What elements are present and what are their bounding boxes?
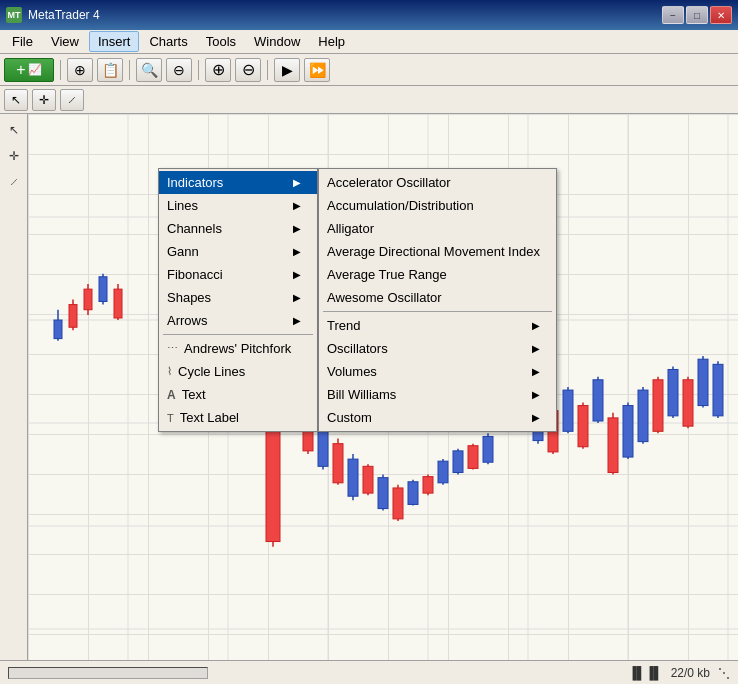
title-bar-controls[interactable]: − □ ✕ bbox=[662, 6, 732, 24]
toolbar-zoom-in[interactable]: ⊕ bbox=[205, 58, 231, 82]
svg-rect-49 bbox=[483, 436, 493, 462]
svg-rect-47 bbox=[468, 446, 478, 469]
svg-rect-17 bbox=[84, 289, 92, 310]
menu-andrews-pitchfork[interactable]: ⋯ Andrews' Pitchfork bbox=[159, 337, 317, 360]
submenu-arrow-lines: ▶ bbox=[293, 200, 301, 211]
toolbar-zoom-out[interactable]: ⊖ bbox=[235, 58, 261, 82]
status-bar: ▐▌▐▌ 22/0 kb ⋱ bbox=[0, 660, 738, 684]
toolbar-btn-6[interactable]: ⏩ bbox=[304, 58, 330, 82]
menu-insert[interactable]: Insert bbox=[89, 31, 140, 52]
line-btn[interactable]: ⟋ bbox=[60, 89, 84, 111]
svg-rect-43 bbox=[438, 461, 448, 483]
indicator-bill-williams[interactable]: Bill Williams ▶ bbox=[319, 383, 556, 406]
indicator-atr[interactable]: Average True Range bbox=[319, 263, 556, 286]
svg-rect-21 bbox=[114, 289, 122, 318]
toolbar-main: + 📈 ⊕ 📋 🔍 ⊖ ⊕ ⊖ ▶ ⏩ bbox=[0, 54, 738, 86]
new-chart-button[interactable]: + 📈 bbox=[4, 58, 54, 82]
indicators-submenu[interactable]: Accelerator Oscillator Accumulation/Dist… bbox=[318, 168, 557, 432]
main-area: ↖ ✛ ⟋ bbox=[0, 114, 738, 660]
toolbar-btn-3[interactable]: 🔍 bbox=[136, 58, 162, 82]
svg-rect-31 bbox=[348, 459, 358, 496]
toolbar-btn-1[interactable]: ⊕ bbox=[67, 58, 93, 82]
svg-rect-61 bbox=[608, 418, 618, 473]
indicator-admi[interactable]: Average Directional Movement Index bbox=[319, 240, 556, 263]
close-button[interactable]: ✕ bbox=[710, 6, 732, 24]
menu-indicators-item[interactable]: Indicators ▶ bbox=[159, 171, 317, 194]
cursor-btn[interactable]: ↖ bbox=[4, 89, 28, 111]
scrollbar-area[interactable] bbox=[8, 667, 208, 679]
svg-rect-65 bbox=[638, 390, 648, 442]
app-icon: MT bbox=[6, 7, 22, 23]
menu-file[interactable]: File bbox=[4, 32, 41, 51]
menu-text[interactable]: A Text bbox=[159, 383, 317, 406]
toolbar-btn-2[interactable]: 📋 bbox=[97, 58, 123, 82]
svg-rect-69 bbox=[668, 369, 678, 415]
svg-rect-29 bbox=[333, 444, 343, 483]
menu-charts[interactable]: Charts bbox=[141, 32, 195, 51]
toolbar-btn-4[interactable]: ⊖ bbox=[166, 58, 192, 82]
indicator-awesome[interactable]: Awesome Oscillator bbox=[319, 286, 556, 309]
maximize-button[interactable]: □ bbox=[686, 6, 708, 24]
title-bar-title: MetaTrader 4 bbox=[28, 8, 100, 22]
svg-rect-37 bbox=[393, 488, 403, 519]
svg-rect-67 bbox=[653, 380, 663, 432]
menu-tools[interactable]: Tools bbox=[198, 32, 244, 51]
submenu-arrow-trend: ▶ bbox=[532, 320, 540, 331]
svg-rect-35 bbox=[378, 478, 388, 509]
chart-area: Indicators ▶ Lines ▶ Channels ▶ Gann ▶ F… bbox=[28, 114, 738, 660]
svg-rect-57 bbox=[578, 406, 588, 447]
menu-lines-item[interactable]: Lines ▶ bbox=[159, 194, 317, 217]
menu-help[interactable]: Help bbox=[310, 32, 353, 51]
side-line[interactable]: ⟋ bbox=[2, 170, 26, 194]
svg-rect-39 bbox=[408, 482, 418, 505]
toolbar-btn-5[interactable]: ▶ bbox=[274, 58, 300, 82]
resize-handle[interactable]: ⋱ bbox=[718, 666, 730, 680]
plus-icon: + bbox=[16, 61, 25, 79]
menu-view[interactable]: View bbox=[43, 32, 87, 51]
indicator-alligator[interactable]: Alligator bbox=[319, 217, 556, 240]
side-cross[interactable]: ✛ bbox=[2, 144, 26, 168]
pitchfork-icon: ⋯ bbox=[167, 342, 178, 355]
text-a-icon: A bbox=[167, 388, 176, 402]
side-cursor[interactable]: ↖ bbox=[2, 118, 26, 142]
indicator-custom[interactable]: Custom ▶ bbox=[319, 406, 556, 429]
minimize-button[interactable]: − bbox=[662, 6, 684, 24]
indicator-accelerator[interactable]: Accelerator Oscillator bbox=[319, 171, 556, 194]
svg-rect-73 bbox=[698, 359, 708, 405]
indicator-accumulation[interactable]: Accumulation/Distribution bbox=[319, 194, 556, 217]
svg-rect-75 bbox=[713, 364, 723, 416]
menu-shapes-item[interactable]: Shapes ▶ bbox=[159, 286, 317, 309]
textlabel-icon: T bbox=[167, 412, 174, 424]
submenu-arrow-channels: ▶ bbox=[293, 223, 301, 234]
status-left bbox=[8, 667, 208, 679]
menu-bar: File View Insert Charts Tools Window Hel… bbox=[0, 30, 738, 54]
menu-window[interactable]: Window bbox=[246, 32, 308, 51]
toolbar-secondary: ↖ ✛ ⟋ bbox=[0, 86, 738, 114]
status-right: ▐▌▐▌ 22/0 kb ⋱ bbox=[629, 666, 730, 680]
menu-channels-item[interactable]: Channels ▶ bbox=[159, 217, 317, 240]
submenu-arrow-oscillators: ▶ bbox=[532, 343, 540, 354]
submenu-arrow-fibonacci: ▶ bbox=[293, 269, 301, 280]
menu-gann-item[interactable]: Gann ▶ bbox=[159, 240, 317, 263]
separator-indicators bbox=[323, 311, 552, 312]
svg-rect-13 bbox=[54, 320, 62, 339]
submenu-arrow-bill-williams: ▶ bbox=[532, 389, 540, 400]
insert-menu[interactable]: Indicators ▶ Lines ▶ Channels ▶ Gann ▶ F… bbox=[158, 168, 318, 432]
indicator-oscillators[interactable]: Oscillators ▶ bbox=[319, 337, 556, 360]
svg-rect-27 bbox=[318, 431, 328, 466]
svg-rect-41 bbox=[423, 477, 433, 493]
svg-rect-15 bbox=[69, 305, 77, 328]
menu-cycle-lines[interactable]: ⌇ Cycle Lines bbox=[159, 360, 317, 383]
crosshair-btn[interactable]: ✛ bbox=[32, 89, 56, 111]
cyclelines-icon: ⌇ bbox=[167, 365, 172, 378]
side-toolbar: ↖ ✛ ⟋ bbox=[0, 114, 28, 660]
bars-icon: ▐▌▐▌ bbox=[629, 666, 663, 680]
indicator-trend[interactable]: Trend ▶ bbox=[319, 314, 556, 337]
menu-arrows-item[interactable]: Arrows ▶ bbox=[159, 309, 317, 332]
menu-text-label[interactable]: T Text Label bbox=[159, 406, 317, 429]
submenu-arrow-custom: ▶ bbox=[532, 412, 540, 423]
submenu-arrow-shapes: ▶ bbox=[293, 292, 301, 303]
indicator-volumes[interactable]: Volumes ▶ bbox=[319, 360, 556, 383]
menu-fibonacci-item[interactable]: Fibonacci ▶ bbox=[159, 263, 317, 286]
memory-text: 22/0 kb bbox=[671, 666, 710, 680]
